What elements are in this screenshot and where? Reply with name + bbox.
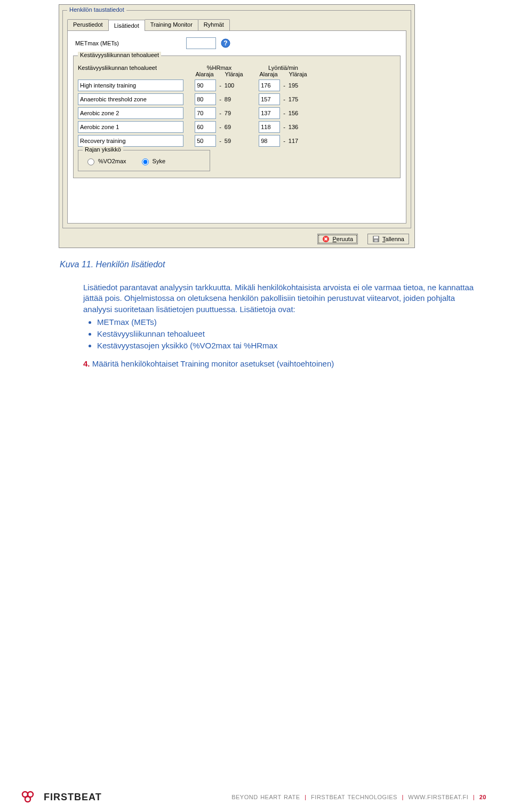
tab-lisatiedot[interactable]: Lisätiedot: [108, 20, 145, 31]
col-name: Kestävyysliikunnan tehoalueet: [78, 65, 185, 77]
zone-name-input[interactable]: [78, 79, 183, 91]
hr-high-value: 79: [225, 110, 242, 116]
radio-syke-input[interactable]: [142, 158, 149, 165]
hr-low-input[interactable]: [195, 93, 216, 105]
hr-high-label: Yläraja: [225, 71, 243, 77]
zones-legend: Kestävyysliikunnan tehoalueet: [78, 52, 161, 58]
hr-high-value: 89: [225, 96, 242, 102]
unit-group: Rajan yksikkö %VO2max Syke: [78, 150, 210, 171]
tab-ryhmat[interactable]: Ryhmät: [198, 19, 230, 30]
hr-high-value: 59: [225, 138, 242, 144]
radio-vo2max[interactable]: %VO2max: [85, 157, 126, 165]
bpm-low-input[interactable]: [259, 79, 280, 91]
radio-syke-label: Syke: [153, 158, 165, 164]
col-hrmax: %HRmax: [190, 65, 249, 71]
hr-low-label: Alaraja: [195, 71, 213, 77]
body-bullets: METmax (METs) Kestävyysliikunnan tehoalu…: [83, 317, 475, 352]
cancel-button[interactable]: Peruuta: [317, 234, 358, 244]
hr-low-input[interactable]: [195, 107, 216, 119]
radio-vo2max-label: %VO2max: [98, 158, 126, 164]
zone-name-input[interactable]: [78, 135, 183, 147]
help-icon[interactable]: ?: [220, 38, 231, 49]
save-label-rest: allenna: [386, 236, 404, 242]
bpm-high-value: 156: [289, 110, 306, 116]
col-bpm: Lyöntiä/min: [254, 65, 313, 71]
hr-high-value: 69: [225, 124, 242, 130]
bpm-low-input[interactable]: [259, 107, 280, 119]
radio-syke[interactable]: Syke: [139, 157, 165, 165]
cancel-mnemonic: P: [332, 236, 336, 242]
tab-training-monitor[interactable]: Training Monitor: [145, 19, 198, 30]
person-info-dialog: Henkilön taustatiedot Perustiedot Lisäti…: [59, 4, 415, 248]
body-p1: Lisätiedot parantavat analyysin tarkkuut…: [83, 282, 475, 315]
metmax-label: METmax (METs): [75, 40, 182, 46]
zone-name-input[interactable]: [78, 107, 183, 119]
bpm-low-label: Alaraja: [259, 71, 277, 77]
body-paragraph: Lisätiedot parantavat analyysin tarkkuut…: [83, 282, 475, 352]
tab-panel-lisatiedot: METmax (METs) ? Kestävyysliikunnan tehoa…: [67, 31, 406, 224]
cancel-label-rest: eruuta: [337, 236, 353, 242]
step-4-text: Määritä henkilökohtaiset Training monito…: [92, 359, 334, 368]
tab-perustiedot[interactable]: Perustiedot: [67, 19, 109, 30]
zone-row: -79-156: [78, 107, 396, 119]
bullet-2: Kestävyysliikunnan tehoalueet: [97, 329, 475, 339]
zone-row: -69-136: [78, 121, 396, 133]
bullet-1: METmax (METs): [97, 317, 475, 328]
zone-name-input[interactable]: [78, 121, 183, 133]
step-4-number: 4.: [83, 359, 90, 368]
bpm-low-input[interactable]: [259, 93, 280, 105]
bpm-high-label: Yläraja: [289, 71, 307, 77]
bpm-high-value: 117: [289, 138, 306, 144]
bpm-high-value: 195: [289, 82, 306, 89]
figure-caption: Kuva 11. Henkilön lisätiedot: [60, 260, 480, 269]
bpm-high-value: 136: [289, 124, 306, 130]
zone-row: -89-175: [78, 93, 396, 105]
save-icon: [372, 235, 380, 243]
hr-high-value: 100: [225, 82, 242, 89]
save-button[interactable]: Tallenna: [367, 234, 409, 244]
tabs: Perustiedot Lisätiedot Training Monitor …: [67, 19, 406, 31]
step-4: 4. Määritä henkilökohtaiset Training mon…: [83, 359, 480, 368]
radio-vo2max-input[interactable]: [87, 158, 94, 165]
bullet-3: Kestävyystasojen yksikkö (%VO2max tai %H…: [97, 340, 475, 351]
cancel-icon: [322, 235, 330, 243]
metmax-input[interactable]: [186, 37, 216, 49]
person-background-group: Henkilön taustatiedot Perustiedot Lisäti…: [62, 10, 411, 228]
zone-row: -59-117: [78, 135, 396, 147]
bpm-low-input[interactable]: [259, 121, 280, 133]
zone-row: -100-195: [78, 79, 396, 91]
hr-low-input[interactable]: [195, 121, 216, 133]
bpm-low-input[interactable]: [259, 135, 280, 147]
svg-rect-4: [374, 236, 378, 238]
zones-header: Kestävyysliikunnan tehoalueet %HRmax Ala…: [78, 65, 396, 77]
group-legend: Henkilön taustatiedot: [67, 6, 126, 13]
hr-low-input[interactable]: [195, 135, 216, 147]
svg-rect-5: [374, 240, 378, 242]
hr-low-input[interactable]: [195, 79, 216, 91]
endurance-zones-group: Kestävyysliikunnan tehoalueet Kestävyysl…: [73, 55, 401, 178]
zone-name-input[interactable]: [78, 93, 183, 105]
unit-legend: Rajan yksikkö: [83, 146, 123, 153]
svg-text:?: ?: [223, 39, 227, 47]
bpm-high-value: 175: [289, 96, 306, 102]
